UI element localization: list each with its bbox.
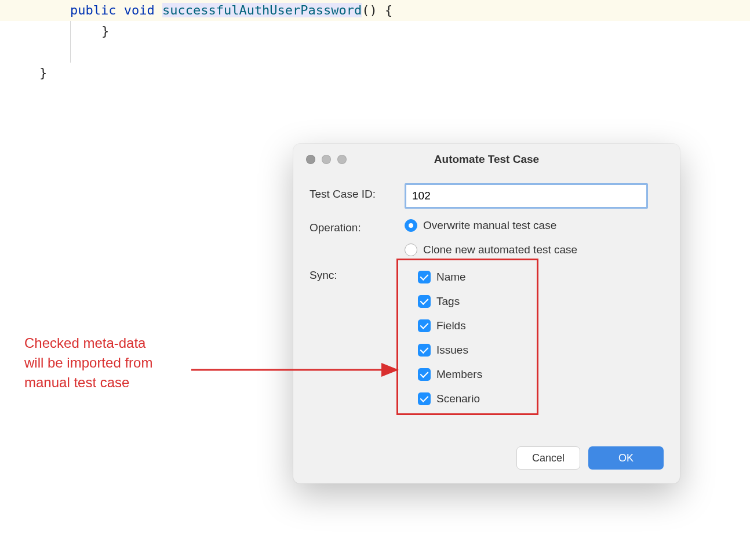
checkbox-label: Issues xyxy=(436,344,468,357)
close-icon[interactable] xyxy=(306,155,315,164)
checkbox-icon xyxy=(418,392,431,405)
dialog-title: Automate Test Case xyxy=(305,153,668,166)
operation-label: Operation: xyxy=(310,217,405,234)
radio-overwrite-manual[interactable]: Overwrite manual test case xyxy=(405,219,664,232)
automate-test-case-dialog: Automate Test Case Test Case ID: Operati… xyxy=(293,144,680,483)
dialog-body: Test Case ID: Operation: Overwrite manua… xyxy=(293,175,680,435)
ok-button[interactable]: OK xyxy=(588,446,664,470)
annotation-text: Checked meta-data will be imported from … xyxy=(24,333,152,392)
dialog-titlebar: Automate Test Case xyxy=(293,144,680,175)
sync-highlight-box: Name Tags Fields Issues xyxy=(396,259,538,415)
radio-label: Overwrite manual test case xyxy=(423,219,556,232)
test-case-id-row: Test Case ID: xyxy=(310,183,664,209)
radio-button-icon xyxy=(405,243,417,256)
sync-label: Sync: xyxy=(310,264,405,282)
checkbox-scenario[interactable]: Scenario xyxy=(418,392,519,405)
checkbox-members[interactable]: Members xyxy=(418,368,519,381)
checkbox-label: Tags xyxy=(436,295,460,308)
cancel-button[interactable]: Cancel xyxy=(516,446,580,470)
code-line[interactable]: } xyxy=(0,63,750,83)
radio-label: Clone new automated test case xyxy=(423,243,577,256)
checkbox-label: Scenario xyxy=(436,392,480,405)
checkbox-icon xyxy=(418,368,431,381)
checkbox-icon xyxy=(418,319,431,332)
keyword-void: void xyxy=(124,3,155,17)
code-line[interactable]: public void successfulAuthUserPassword()… xyxy=(0,0,750,21)
checkbox-tags[interactable]: Tags xyxy=(418,295,519,308)
sync-row: Sync: Name Tags Field xyxy=(310,264,664,415)
window-controls xyxy=(306,155,347,164)
maximize-icon[interactable] xyxy=(337,155,347,164)
code-brace-close: } xyxy=(101,24,109,38)
code-parens: () xyxy=(362,3,377,17)
test-case-id-label: Test Case ID: xyxy=(310,183,405,201)
minimize-icon[interactable] xyxy=(322,155,331,164)
checkbox-label: Name xyxy=(436,271,466,283)
dialog-footer: Cancel OK xyxy=(293,435,680,483)
checkbox-icon xyxy=(418,271,431,283)
code-brace-close: } xyxy=(39,66,47,80)
checkbox-label: Fields xyxy=(436,319,466,332)
radio-clone-automated[interactable]: Clone new automated test case xyxy=(405,243,664,256)
code-editor[interactable]: public void successfulAuthUserPassword()… xyxy=(0,0,750,83)
code-line[interactable] xyxy=(0,42,750,63)
checkbox-name[interactable]: Name xyxy=(418,271,519,283)
test-case-id-input[interactable] xyxy=(405,183,648,209)
code-line[interactable]: } xyxy=(0,21,750,42)
operation-row: Operation: Overwrite manual test case Cl… xyxy=(310,217,664,256)
code-brace-open: { xyxy=(377,3,393,17)
checkbox-issues[interactable]: Issues xyxy=(418,344,519,357)
checkbox-icon xyxy=(418,344,431,357)
checkbox-fields[interactable]: Fields xyxy=(418,319,519,332)
checkbox-label: Members xyxy=(436,368,482,381)
method-name: successfulAuthUserPassword xyxy=(162,3,362,17)
checkbox-icon xyxy=(418,295,431,308)
keyword-public: public xyxy=(70,3,116,17)
radio-button-icon xyxy=(405,219,417,232)
